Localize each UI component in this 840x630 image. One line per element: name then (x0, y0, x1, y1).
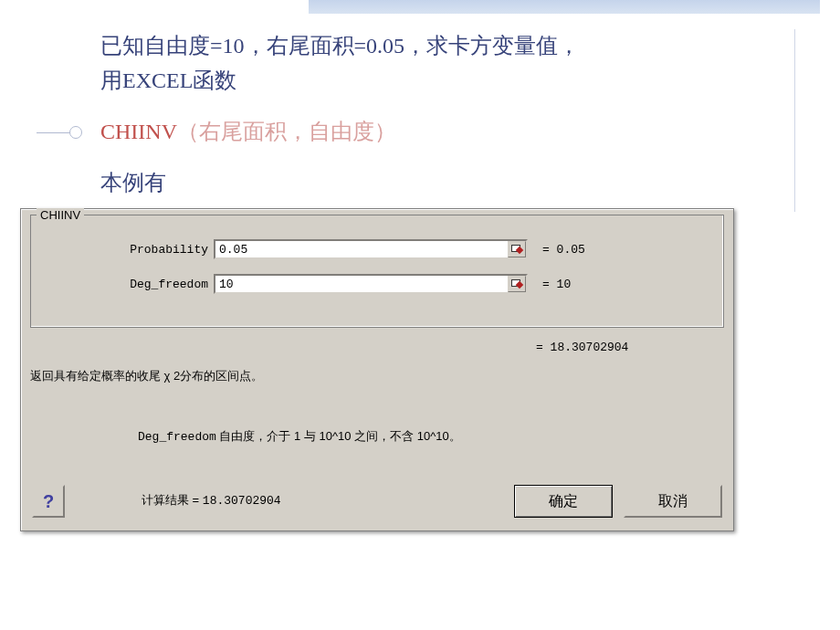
range-selector-button[interactable] (508, 241, 526, 257)
help-icon: ? (43, 491, 54, 512)
param-help-text: 自由度，介于 1 与 10^10 之间，不含 10^10。 (216, 429, 461, 443)
range-selector-icon (510, 244, 523, 255)
formula-name: CHIINV (100, 120, 177, 143)
cancel-button[interactable]: 取消 (624, 485, 722, 518)
right-rule (794, 29, 795, 212)
formula-text: CHIINV（右尾面积，自由度） (100, 117, 794, 146)
problem-text-2: 用EXCEL函数 (100, 66, 794, 95)
param-help: Deg_freedom 自由度，介于 1 与 10^10 之间，不含 10^10… (138, 428, 461, 445)
slide-content: 已知自由度=10，右尾面积=0.05，求卡方变量值， 用EXCEL函数 CHII… (100, 29, 794, 197)
formula-args: （右尾面积，自由度） (177, 120, 396, 143)
calc-result: 计算结果 = 18.30702904 (142, 492, 281, 509)
group-title: CHIINV (37, 208, 84, 222)
arg-label-probability: Probability (31, 243, 214, 257)
param-help-name: Deg_freedom (138, 430, 216, 444)
ok-button[interactable]: 确定 (514, 485, 613, 518)
range-selector-button[interactable] (508, 276, 526, 292)
arg-input-probability[interactable] (214, 239, 528, 259)
arg-row-probability: Probability = 0.05 (31, 239, 585, 259)
arg-row-deg-freedom: Deg_freedom = 10 (31, 274, 571, 294)
args-group: CHIINV Probability = 0.05 Deg_freedom = … (30, 215, 724, 328)
range-selector-icon (510, 278, 523, 289)
top-banner (309, 0, 820, 14)
bullet-marker (37, 126, 80, 141)
arg-label-deg-freedom: Deg_freedom (31, 278, 214, 291)
problem-text-1: 已知自由度=10，右尾面积=0.05，求卡方变量值， (100, 29, 794, 62)
calc-result-value: 18.30702904 (203, 494, 281, 508)
function-result: = 18.30702904 (536, 341, 628, 354)
arg-eval-deg-freedom: = 10 (528, 278, 571, 291)
example-label: 本例有 (100, 168, 794, 197)
function-args-dialog: CHIINV Probability = 0.05 Deg_freedom = … (20, 208, 734, 531)
arg-eval-probability: = 0.05 (528, 243, 585, 257)
arg-input-deg-freedom[interactable] (214, 274, 528, 294)
help-button[interactable]: ? (32, 485, 65, 518)
calc-result-label: 计算结果 = (142, 493, 203, 507)
function-description: 返回具有给定概率的收尾 χ 2分布的区间点。 (30, 368, 263, 384)
